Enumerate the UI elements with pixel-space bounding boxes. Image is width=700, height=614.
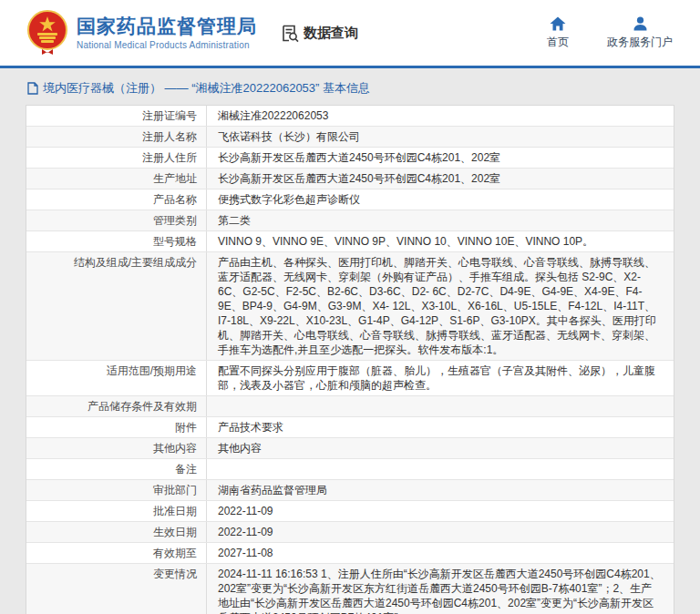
field-value: 其他内容 [206,438,674,458]
site-logo: 国家药品监督管理局 National Medical Products Admi… [26,9,257,56]
breadcrumb-text: 境内医疗器械（注册） —— “湘械注准20222062053” 基本信息 [43,80,370,97]
field-label: 生效日期 [26,522,206,542]
field-value: 第二类 [206,210,674,230]
field-label: 注册证编号 [26,106,206,126]
field-label: 有效期至 [26,543,206,563]
table-row: 批准日期2022-11-09 [26,501,674,522]
field-value [206,396,674,416]
field-value: 便携式数字化彩色超声诊断仪 [206,189,674,210]
field-label: 产品名称 [26,189,206,210]
data-query-button[interactable]: 数据查询 [281,24,358,43]
field-label: 变更情况 [26,564,206,614]
field-label: 产品储存条件及有效期 [26,396,206,416]
field-value: 配置不同探头分别应用于腹部（脏器、胎儿），生殖器官（子宫及其附件、泌尿），儿童腹… [206,361,674,395]
table-row: 注册证编号湘械注准20222062053 [26,106,674,127]
data-query-label: 数据查询 [304,25,358,42]
table-row: 备注 [26,459,674,480]
field-label: 其他内容 [26,438,206,458]
table-row: 其他内容其他内容 [26,438,674,459]
table-row: 有效期至2027-11-08 [26,543,674,564]
field-value: 产品技术要求 [206,417,674,437]
nav-home-label: 首页 [547,35,569,50]
table-row: 注册人名称飞依诺科技（长沙）有限公司 [26,127,674,148]
field-label: 附件 [26,417,206,437]
document-search-icon [281,24,300,43]
logo-text: 国家药品监督管理局 National Medical Products Admi… [77,15,257,49]
field-value: 产品由主机、各种探头、医用打印机、脚踏开关、心电导联线、心音导联线、脉搏导联线、… [206,252,674,360]
table-row: 生效日期2022-11-09 [26,522,674,543]
field-label: 管理类别 [26,210,206,230]
main-content: 境内医疗器械（注册） —— “湘械注准20222062053” 基本信息 注册证… [0,80,700,614]
table-row: 注册人住所长沙高新开发区岳麓西大道2450号环创园C4栋201、202室 [26,148,674,169]
table-row: 变更情况2024-11-11 16:16:53 1、注册人住所由“长沙高新开发区… [26,564,674,614]
table-row: 审批部门湖南省药品监督管理局 [26,480,674,501]
field-value: 飞依诺科技（长沙）有限公司 [206,127,674,147]
field-label: 审批部门 [26,480,206,500]
site-title: 国家药品监督管理局 [77,15,257,37]
site-subtitle: National Medical Products Administration [77,40,257,50]
table-row: 产品储存条件及有效期 [26,396,674,417]
field-label: 注册人住所 [26,148,206,168]
file-icon [27,82,38,95]
field-label: 批准日期 [26,501,206,521]
site-header: 国家药品监督管理局 National Medical Products Admi… [0,0,700,68]
nav-service-portal-label: 政务服务门户 [607,35,673,50]
field-label: 注册人名称 [26,127,206,147]
nav-home[interactable]: 首页 [547,16,569,50]
nav-service-portal[interactable]: 政务服务门户 [607,16,673,50]
table-row: 结构及组成/主要组成成分产品由主机、各种探头、医用打印机、脚踏开关、心电导联线、… [26,252,674,361]
field-value [206,459,674,479]
field-label: 适用范围/预期用途 [26,361,206,395]
table-row: 生产地址长沙高新开发区岳麓西大道2450号环创园C4栋201、202室 [26,169,674,189]
field-value: 2022-11-09 [206,522,674,542]
field-value: 长沙高新开发区岳麓西大道2450号环创园C4栋201、202室 [206,148,674,168]
field-value: 2024-11-11 16:16:53 1、注册人住所由“长沙高新开发区岳麓西大… [206,564,674,614]
field-value: 2022-11-09 [206,501,674,521]
home-icon [550,16,566,31]
national-emblem-icon [26,9,69,56]
info-table: 注册证编号湘械注准20222062053注册人名称飞依诺科技（长沙）有限公司注册… [26,105,674,614]
table-row: 型号规格VINNO 9、VINNO 9E、VINNO 9P、VINNO 10、V… [26,231,674,252]
field-value: 湖南省药品监督管理局 [206,480,674,500]
table-row: 附件产品技术要求 [26,417,674,438]
field-label: 结构及组成/主要组成成分 [26,252,206,360]
table-row: 产品名称便携式数字化彩色超声诊断仪 [26,189,674,210]
breadcrumb: 境内医疗器械（注册） —— “湘械注准20222062053” 基本信息 [27,80,674,97]
table-row: 适用范围/预期用途配置不同探头分别应用于腹部（脏器、胎儿），生殖器官（子宫及其附… [26,361,674,396]
table-row: 管理类别第二类 [26,210,674,231]
field-value: 湘械注准20222062053 [206,106,674,126]
field-value: 2027-11-08 [206,543,674,563]
field-value: VINNO 9、VINNO 9E、VINNO 9P、VINNO 10、VINNO… [206,231,674,251]
field-label: 备注 [26,459,206,479]
field-value: 长沙高新开发区岳麓西大道2450号环创园C4栋201、202室 [206,169,674,189]
field-label: 生产地址 [26,169,206,189]
user-icon [633,16,648,31]
field-label: 型号规格 [26,231,206,251]
